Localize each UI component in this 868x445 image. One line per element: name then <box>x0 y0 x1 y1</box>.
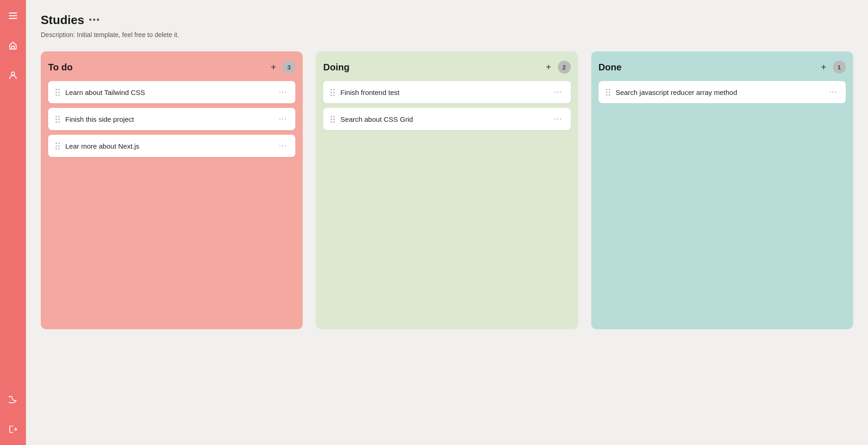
user-icon[interactable] <box>5 67 21 83</box>
svg-point-3 <box>12 72 15 75</box>
column-badge-doing: 2 <box>558 61 571 74</box>
table-row: Search about CSS Grid··· <box>323 108 570 130</box>
moon-icon[interactable] <box>5 391 21 408</box>
home-icon[interactable] <box>5 37 21 54</box>
page-description: Description: Initial template, feel free… <box>41 31 853 38</box>
table-row: Finish frontend test··· <box>323 81 570 103</box>
add-card-button-todo[interactable]: + <box>269 62 278 73</box>
column-todo: To do+3Learn about Tailwind CSS···Finish… <box>41 51 303 329</box>
column-header-right-doing: +2 <box>544 61 571 74</box>
column-header-doing: Doing+2 <box>323 61 570 74</box>
card-more-button-card-2[interactable]: ··· <box>277 114 289 124</box>
drag-handle-card-1[interactable] <box>55 88 61 97</box>
column-title-done: Done <box>599 62 622 73</box>
column-header-right-todo: +3 <box>269 61 296 74</box>
drag-handle-card-3[interactable] <box>55 142 61 150</box>
card-more-button-card-1[interactable]: ··· <box>277 87 289 97</box>
kanban-board: To do+3Learn about Tailwind CSS···Finish… <box>41 51 853 329</box>
card-text-card-4: Finish frontend test <box>340 88 400 96</box>
table-row: Lear more about Next.js··· <box>48 135 295 157</box>
page-header: Studies ••• <box>41 13 853 27</box>
column-title-todo: To do <box>48 62 73 73</box>
table-row: Finish this side project··· <box>48 108 295 130</box>
card-left-card-3: Lear more about Next.js <box>55 142 139 150</box>
card-left-card-6: Search javascript reducer array method <box>605 88 737 97</box>
column-header-done: Done+1 <box>599 61 846 74</box>
column-badge-todo: 3 <box>282 61 295 74</box>
main-content: Studies ••• Description: Initial templat… <box>26 0 868 445</box>
card-left-card-4: Finish frontend test <box>330 88 400 97</box>
card-text-card-3: Lear more about Next.js <box>65 142 139 150</box>
table-row: Search javascript reducer array method··… <box>599 81 846 103</box>
drag-handle-card-5[interactable] <box>330 115 336 124</box>
drag-handle-card-6[interactable] <box>605 88 611 97</box>
card-more-button-card-6[interactable]: ··· <box>827 87 839 97</box>
add-card-button-doing[interactable]: + <box>544 62 553 73</box>
card-text-card-2: Finish this side project <box>65 115 134 123</box>
card-left-card-1: Learn about Tailwind CSS <box>55 88 145 97</box>
card-left-card-5: Search about CSS Grid <box>330 115 413 124</box>
svg-rect-0 <box>9 13 17 13</box>
menu-icon[interactable] <box>5 7 21 24</box>
column-title-doing: Doing <box>323 62 350 73</box>
drag-handle-card-4[interactable] <box>330 88 336 97</box>
column-done: Done+1Search javascript reducer array me… <box>591 51 853 329</box>
card-more-button-card-3[interactable]: ··· <box>277 141 289 151</box>
drag-handle-card-2[interactable] <box>55 115 61 124</box>
card-left-card-2: Finish this side project <box>55 115 134 124</box>
sidebar <box>0 0 26 445</box>
card-text-card-5: Search about CSS Grid <box>340 115 413 123</box>
add-card-button-done[interactable]: + <box>819 62 828 73</box>
card-text-card-1: Learn about Tailwind CSS <box>65 88 145 96</box>
card-text-card-6: Search javascript reducer array method <box>616 88 737 96</box>
page-title: Studies <box>41 13 84 27</box>
logout-icon[interactable] <box>5 421 21 438</box>
svg-rect-2 <box>9 18 17 19</box>
column-doing: Doing+2Finish frontend test···Search abo… <box>316 51 578 329</box>
card-more-button-card-4[interactable]: ··· <box>552 87 564 97</box>
column-header-right-done: +1 <box>819 61 846 74</box>
svg-rect-1 <box>9 15 17 16</box>
column-header-todo: To do+3 <box>48 61 295 74</box>
page-menu-button[interactable]: ••• <box>89 15 100 25</box>
card-more-button-card-5[interactable]: ··· <box>552 114 564 124</box>
column-badge-done: 1 <box>833 61 846 74</box>
table-row: Learn about Tailwind CSS··· <box>48 81 295 103</box>
